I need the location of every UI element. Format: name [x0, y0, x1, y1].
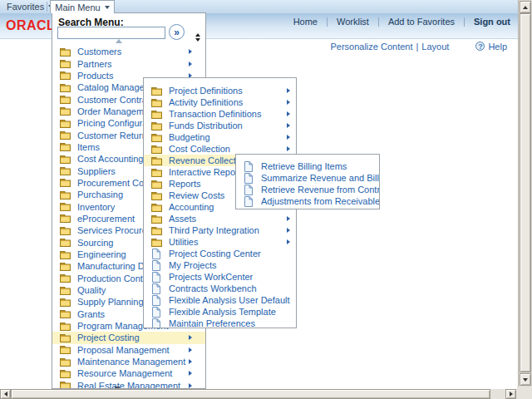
menu-item[interactable]: Real Estate Management	[52, 380, 205, 389]
page-icon	[244, 161, 254, 172]
link-divider	[327, 17, 328, 27]
folder-icon	[151, 238, 162, 247]
folder-icon	[60, 178, 71, 187]
help-question-icon: ?	[475, 42, 485, 51]
menu-item[interactable]: Retrieve Revenue from Contract	[236, 184, 379, 195]
menu-item[interactable]: Flexible Analysis User Default	[144, 294, 296, 306]
menu-item[interactable]: Cost Collection	[144, 143, 296, 155]
folder-icon	[151, 145, 162, 154]
submenu-arrow-icon	[189, 62, 192, 66]
help-link[interactable]: ? Help	[475, 42, 507, 52]
menu-item[interactable]: Utilities	[144, 236, 296, 248]
menu-item[interactable]: Maintenance Management	[52, 356, 205, 367]
menu-scroll-spinner[interactable]	[195, 33, 200, 42]
spinner-up-icon	[195, 33, 200, 37]
header-link[interactable]: Add to Favorites	[388, 17, 455, 27]
menu-item[interactable]: Activity Definitions	[144, 96, 296, 108]
horizontal-scrollbar-thumb[interactable]	[11, 389, 490, 399]
submenu-arrow-icon	[287, 146, 290, 151]
menu-item[interactable]: Proposal Management	[52, 344, 205, 356]
submenu-arrow-icon	[287, 216, 290, 221]
scrollbar-corner	[517, 387, 532, 399]
menu-item[interactable]: Project Definitions	[144, 85, 296, 96]
folder-icon	[151, 121, 162, 131]
folder-icon	[60, 381, 71, 389]
folder-icon	[60, 226, 71, 235]
main-menu-label: Main Menu	[55, 2, 100, 12]
folder-icon	[151, 226, 162, 235]
scrollbar-left-button[interactable]	[0, 389, 11, 399]
folder-icon	[60, 155, 71, 164]
arrow-down-icon	[523, 378, 528, 382]
menu-item[interactable]: Project Costing Center	[144, 248, 296, 259]
folder-icon	[60, 95, 71, 104]
submenu-arrow-icon	[287, 135, 290, 140]
menu-item[interactable]: Assets	[144, 213, 296, 224]
folder-icon	[60, 262, 71, 271]
menu-item[interactable]: Retrieve Billing Items	[236, 160, 379, 172]
submenu-arrow-icon	[287, 88, 290, 93]
vertical-scrollbar-thumb[interactable]	[520, 13, 531, 372]
layout-link[interactable]: Layout	[421, 42, 449, 52]
folder-icon	[60, 250, 71, 259]
menu-item[interactable]: Flexible Analysis Template	[144, 306, 296, 318]
menu-item[interactable]: Budgeting	[144, 131, 296, 143]
arrow-right-icon	[510, 392, 513, 397]
peoplesoft-screen: Favorites Main Menu ORACLE Home Worklist…	[0, 0, 532, 399]
menu-item[interactable]: My Projects	[144, 259, 296, 271]
revenue-collection-flyout: Retrieve Billing Items Summarize Revenue…	[235, 154, 380, 209]
scrollbar-up-button[interactable]	[520, 1, 531, 13]
folder-icon	[151, 86, 162, 96]
menu-item[interactable]: Maintain Preferences	[144, 318, 296, 328]
menu-item[interactable]: Partners	[52, 57, 205, 69]
folder-icon	[60, 119, 71, 128]
folder-icon	[151, 133, 162, 142]
menu-search-input[interactable]	[57, 27, 165, 39]
menu-item[interactable]: Summarize Revenue and Billing	[236, 172, 379, 184]
submenu-arrow-icon	[189, 359, 192, 364]
main-menu-button[interactable]: Main Menu	[50, 0, 115, 13]
spinner-down-icon	[195, 38, 200, 42]
link-divider: |	[416, 42, 418, 52]
header-link[interactable]: Home	[293, 17, 318, 27]
menu-item[interactable]: Resource Management	[52, 367, 205, 379]
menu-item[interactable]: Funds Distribution	[144, 120, 296, 131]
personalize-content-link[interactable]: Personalize Content	[330, 42, 412, 52]
link-divider	[464, 17, 465, 27]
header-link[interactable]: Worklist	[337, 17, 369, 27]
menu-item[interactable]: Project Costing	[52, 332, 205, 343]
scrollbar-right-button[interactable]	[505, 389, 516, 399]
page-icon	[244, 196, 254, 207]
menu-item[interactable]: Projects WorkCenter	[144, 271, 296, 283]
folder-icon	[60, 298, 71, 307]
page-icon	[151, 260, 162, 271]
scroll-up-icon[interactable]	[116, 39, 122, 43]
double-chevron-right-icon: »	[174, 27, 180, 38]
submenu-arrow-icon	[287, 228, 290, 233]
scrollbar-down-button[interactable]	[520, 373, 531, 386]
menu-item[interactable]: Third Party Integration	[144, 224, 296, 236]
folder-icon	[151, 110, 162, 119]
page-icon	[244, 185, 254, 195]
folder-icon	[60, 202, 71, 211]
folder-icon	[60, 131, 71, 140]
submenu-arrow-icon	[189, 347, 192, 352]
menu-item[interactable]: Customers	[52, 46, 205, 57]
folder-icon	[151, 214, 162, 224]
folder-icon	[60, 59, 71, 68]
horizontal-scrollbar[interactable]	[0, 389, 517, 399]
header-link[interactable]: Sign out	[474, 17, 510, 27]
header-links: Home Worklist Add to Favorites Sign out	[293, 17, 510, 27]
page-icon	[151, 318, 162, 329]
page-icon	[151, 307, 162, 318]
arrow-up-icon	[523, 6, 528, 9]
menu-item[interactable]: Contracts Workbench	[144, 283, 296, 294]
menu-item[interactable]: Adjustments from Receivables	[236, 195, 379, 207]
menu-item[interactable]: Transaction Definitions	[144, 108, 296, 120]
vertical-scrollbar[interactable]	[518, 0, 532, 387]
folder-icon	[151, 156, 162, 165]
page-icon	[151, 283, 162, 294]
submenu-arrow-icon	[189, 383, 192, 388]
search-go-button[interactable]: »	[169, 24, 185, 40]
folder-icon	[60, 369, 71, 378]
